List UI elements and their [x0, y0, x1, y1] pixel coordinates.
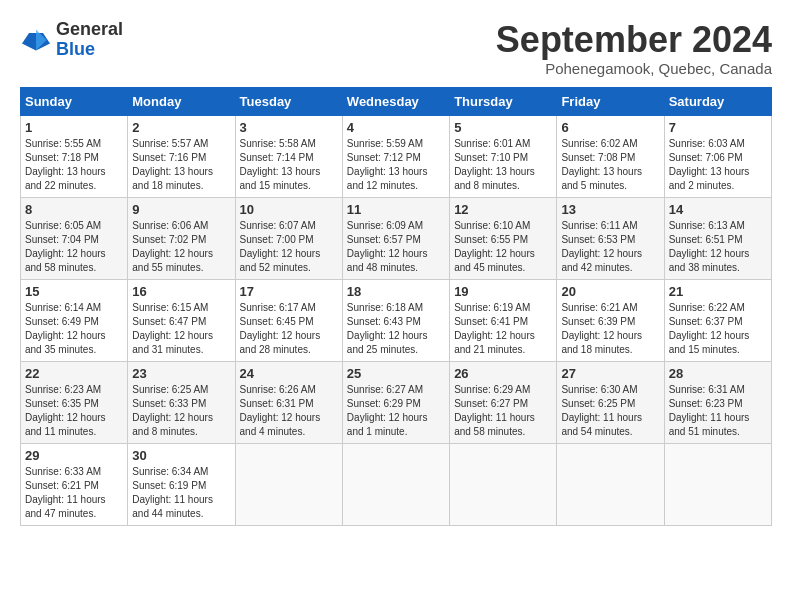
day-number: 30	[132, 448, 230, 463]
calendar-cell: 30Sunrise: 6:34 AM Sunset: 6:19 PM Dayli…	[128, 443, 235, 525]
calendar-cell	[450, 443, 557, 525]
calendar-cell: 2Sunrise: 5:57 AM Sunset: 7:16 PM Daylig…	[128, 115, 235, 197]
day-number: 5	[454, 120, 552, 135]
calendar-cell: 21Sunrise: 6:22 AM Sunset: 6:37 PM Dayli…	[664, 279, 771, 361]
calendar-cell: 13Sunrise: 6:11 AM Sunset: 6:53 PM Dayli…	[557, 197, 664, 279]
day-number: 15	[25, 284, 123, 299]
calendar-cell: 1Sunrise: 5:55 AM Sunset: 7:18 PM Daylig…	[21, 115, 128, 197]
day-number: 4	[347, 120, 445, 135]
day-number: 20	[561, 284, 659, 299]
header-day-saturday: Saturday	[664, 87, 771, 115]
calendar-cell: 20Sunrise: 6:21 AM Sunset: 6:39 PM Dayli…	[557, 279, 664, 361]
calendar-table: SundayMondayTuesdayWednesdayThursdayFrid…	[20, 87, 772, 526]
calendar-cell: 14Sunrise: 6:13 AM Sunset: 6:51 PM Dayli…	[664, 197, 771, 279]
calendar-cell: 23Sunrise: 6:25 AM Sunset: 6:33 PM Dayli…	[128, 361, 235, 443]
day-info: Sunrise: 5:59 AM Sunset: 7:12 PM Dayligh…	[347, 137, 445, 193]
calendar-cell	[557, 443, 664, 525]
calendar-week-row: 8Sunrise: 6:05 AM Sunset: 7:04 PM Daylig…	[21, 197, 772, 279]
logo-general: General	[56, 19, 123, 39]
calendar-cell: 12Sunrise: 6:10 AM Sunset: 6:55 PM Dayli…	[450, 197, 557, 279]
calendar-cell: 19Sunrise: 6:19 AM Sunset: 6:41 PM Dayli…	[450, 279, 557, 361]
calendar-week-row: 22Sunrise: 6:23 AM Sunset: 6:35 PM Dayli…	[21, 361, 772, 443]
day-info: Sunrise: 5:57 AM Sunset: 7:16 PM Dayligh…	[132, 137, 230, 193]
day-number: 27	[561, 366, 659, 381]
day-info: Sunrise: 6:34 AM Sunset: 6:19 PM Dayligh…	[132, 465, 230, 521]
header-row: SundayMondayTuesdayWednesdayThursdayFrid…	[21, 87, 772, 115]
calendar-week-row: 29Sunrise: 6:33 AM Sunset: 6:21 PM Dayli…	[21, 443, 772, 525]
day-number: 16	[132, 284, 230, 299]
logo-icon	[20, 26, 52, 54]
day-info: Sunrise: 6:21 AM Sunset: 6:39 PM Dayligh…	[561, 301, 659, 357]
calendar-cell: 6Sunrise: 6:02 AM Sunset: 7:08 PM Daylig…	[557, 115, 664, 197]
calendar-cell: 10Sunrise: 6:07 AM Sunset: 7:00 PM Dayli…	[235, 197, 342, 279]
day-number: 19	[454, 284, 552, 299]
day-number: 3	[240, 120, 338, 135]
calendar-cell: 7Sunrise: 6:03 AM Sunset: 7:06 PM Daylig…	[664, 115, 771, 197]
day-number: 14	[669, 202, 767, 217]
header-day-thursday: Thursday	[450, 87, 557, 115]
calendar-cell: 15Sunrise: 6:14 AM Sunset: 6:49 PM Dayli…	[21, 279, 128, 361]
day-number: 11	[347, 202, 445, 217]
day-number: 29	[25, 448, 123, 463]
day-number: 24	[240, 366, 338, 381]
calendar-cell: 16Sunrise: 6:15 AM Sunset: 6:47 PM Dayli…	[128, 279, 235, 361]
page-header: General Blue September 2024 Pohenegamook…	[20, 20, 772, 77]
day-number: 7	[669, 120, 767, 135]
calendar-header: SundayMondayTuesdayWednesdayThursdayFrid…	[21, 87, 772, 115]
calendar-cell: 17Sunrise: 6:17 AM Sunset: 6:45 PM Dayli…	[235, 279, 342, 361]
calendar-cell: 18Sunrise: 6:18 AM Sunset: 6:43 PM Dayli…	[342, 279, 449, 361]
calendar-cell: 8Sunrise: 6:05 AM Sunset: 7:04 PM Daylig…	[21, 197, 128, 279]
day-info: Sunrise: 6:22 AM Sunset: 6:37 PM Dayligh…	[669, 301, 767, 357]
day-info: Sunrise: 6:23 AM Sunset: 6:35 PM Dayligh…	[25, 383, 123, 439]
calendar-cell	[235, 443, 342, 525]
day-number: 2	[132, 120, 230, 135]
day-number: 25	[347, 366, 445, 381]
day-info: Sunrise: 6:15 AM Sunset: 6:47 PM Dayligh…	[132, 301, 230, 357]
day-info: Sunrise: 6:01 AM Sunset: 7:10 PM Dayligh…	[454, 137, 552, 193]
calendar-cell: 9Sunrise: 6:06 AM Sunset: 7:02 PM Daylig…	[128, 197, 235, 279]
calendar-cell: 22Sunrise: 6:23 AM Sunset: 6:35 PM Dayli…	[21, 361, 128, 443]
day-number: 18	[347, 284, 445, 299]
day-number: 22	[25, 366, 123, 381]
title-block: September 2024 Pohenegamook, Quebec, Can…	[496, 20, 772, 77]
header-day-monday: Monday	[128, 87, 235, 115]
calendar-week-row: 15Sunrise: 6:14 AM Sunset: 6:49 PM Dayli…	[21, 279, 772, 361]
day-info: Sunrise: 5:55 AM Sunset: 7:18 PM Dayligh…	[25, 137, 123, 193]
day-info: Sunrise: 6:05 AM Sunset: 7:04 PM Dayligh…	[25, 219, 123, 275]
calendar-week-row: 1Sunrise: 5:55 AM Sunset: 7:18 PM Daylig…	[21, 115, 772, 197]
calendar-cell: 27Sunrise: 6:30 AM Sunset: 6:25 PM Dayli…	[557, 361, 664, 443]
calendar-cell: 24Sunrise: 6:26 AM Sunset: 6:31 PM Dayli…	[235, 361, 342, 443]
calendar-cell: 5Sunrise: 6:01 AM Sunset: 7:10 PM Daylig…	[450, 115, 557, 197]
calendar-cell: 11Sunrise: 6:09 AM Sunset: 6:57 PM Dayli…	[342, 197, 449, 279]
day-number: 8	[25, 202, 123, 217]
calendar-cell: 4Sunrise: 5:59 AM Sunset: 7:12 PM Daylig…	[342, 115, 449, 197]
day-info: Sunrise: 6:14 AM Sunset: 6:49 PM Dayligh…	[25, 301, 123, 357]
day-number: 21	[669, 284, 767, 299]
day-number: 1	[25, 120, 123, 135]
day-info: Sunrise: 6:30 AM Sunset: 6:25 PM Dayligh…	[561, 383, 659, 439]
day-info: Sunrise: 6:18 AM Sunset: 6:43 PM Dayligh…	[347, 301, 445, 357]
day-number: 10	[240, 202, 338, 217]
day-info: Sunrise: 6:06 AM Sunset: 7:02 PM Dayligh…	[132, 219, 230, 275]
calendar-cell: 25Sunrise: 6:27 AM Sunset: 6:29 PM Dayli…	[342, 361, 449, 443]
calendar-subtitle: Pohenegamook, Quebec, Canada	[496, 60, 772, 77]
day-info: Sunrise: 5:58 AM Sunset: 7:14 PM Dayligh…	[240, 137, 338, 193]
day-number: 23	[132, 366, 230, 381]
header-day-wednesday: Wednesday	[342, 87, 449, 115]
day-info: Sunrise: 6:31 AM Sunset: 6:23 PM Dayligh…	[669, 383, 767, 439]
day-info: Sunrise: 6:33 AM Sunset: 6:21 PM Dayligh…	[25, 465, 123, 521]
day-info: Sunrise: 6:02 AM Sunset: 7:08 PM Dayligh…	[561, 137, 659, 193]
day-number: 17	[240, 284, 338, 299]
header-day-tuesday: Tuesday	[235, 87, 342, 115]
day-number: 12	[454, 202, 552, 217]
day-info: Sunrise: 6:17 AM Sunset: 6:45 PM Dayligh…	[240, 301, 338, 357]
logo-text: General Blue	[56, 20, 123, 60]
day-info: Sunrise: 6:19 AM Sunset: 6:41 PM Dayligh…	[454, 301, 552, 357]
day-info: Sunrise: 6:10 AM Sunset: 6:55 PM Dayligh…	[454, 219, 552, 275]
calendar-cell: 28Sunrise: 6:31 AM Sunset: 6:23 PM Dayli…	[664, 361, 771, 443]
calendar-cell	[342, 443, 449, 525]
day-number: 13	[561, 202, 659, 217]
day-info: Sunrise: 6:29 AM Sunset: 6:27 PM Dayligh…	[454, 383, 552, 439]
day-info: Sunrise: 6:27 AM Sunset: 6:29 PM Dayligh…	[347, 383, 445, 439]
calendar-cell: 3Sunrise: 5:58 AM Sunset: 7:14 PM Daylig…	[235, 115, 342, 197]
